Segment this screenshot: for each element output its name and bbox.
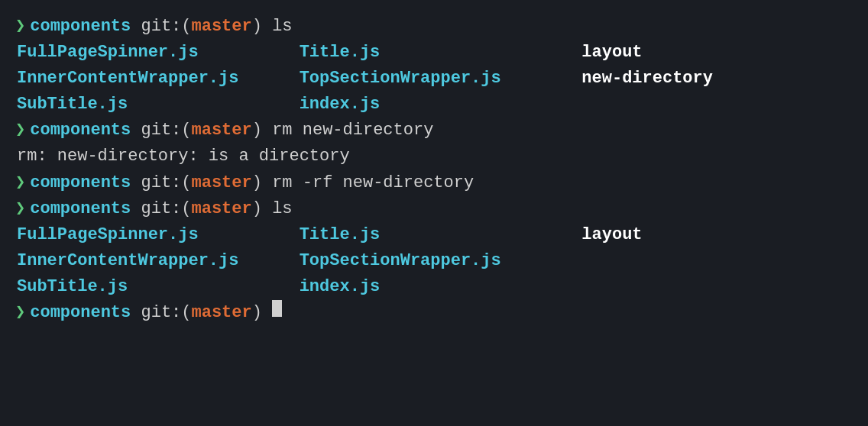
prompt-branch: master <box>192 118 252 144</box>
prompt-git-label: git:( <box>131 170 191 196</box>
file-entry: index.js <box>300 277 582 296</box>
output-files-line: InnerContentWrapper.js TopSectionWrapper… <box>15 248 853 274</box>
prompt-line: ❯ components git:(master) rm -rf new-dir… <box>15 170 853 196</box>
output-files-line: InnerContentWrapper.js TopSectionWrapper… <box>15 66 853 92</box>
prompt-directory: components <box>30 170 131 196</box>
file-entry: FullPageSpinner.js <box>17 225 300 244</box>
prompt-arrow: ❯ <box>15 118 25 144</box>
prompt-git-close: ) <box>252 196 272 222</box>
prompt-git-label: git:( <box>131 118 191 144</box>
file-entry: layout <box>581 225 642 244</box>
prompt-arrow: ❯ <box>15 14 25 40</box>
file-entry: InnerContentWrapper.js <box>17 251 300 270</box>
file-entry: SubTitle.js <box>17 277 300 296</box>
prompt-line: ❯ components git:(master) <box>15 300 853 326</box>
terminal-cursor <box>272 300 282 317</box>
file-entry: Title.js <box>300 43 582 62</box>
prompt-command: rm -rf new-directory <box>272 170 474 196</box>
file-entry: TopSectionWrapper.js <box>300 69 582 88</box>
file-entry: new-directory <box>581 69 713 88</box>
prompt-directory: components <box>30 196 131 222</box>
output-files-line: FullPageSpinner.js Title.js layout <box>15 222 853 248</box>
output-files-line: FullPageSpinner.js Title.js layout <box>15 40 853 66</box>
prompt-branch: master <box>192 170 252 196</box>
prompt-directory: components <box>30 118 131 144</box>
prompt-command: ls <box>272 14 292 40</box>
prompt-git-close: ) <box>252 118 272 144</box>
file-entry: SubTitle.js <box>17 95 300 114</box>
prompt-git-close: ) <box>252 300 272 326</box>
prompt-command: rm new-directory <box>272 118 433 144</box>
prompt-branch: master <box>192 196 252 222</box>
prompt-arrow: ❯ <box>15 170 25 196</box>
file-entry: Title.js <box>300 225 582 244</box>
output-files-line: SubTitle.js index.js <box>15 92 853 118</box>
file-entry: TopSectionWrapper.js <box>300 251 582 270</box>
prompt-git-label: git:( <box>131 14 191 40</box>
file-entry: index.js <box>300 95 582 114</box>
prompt-arrow: ❯ <box>15 196 25 222</box>
prompt-directory: components <box>30 14 131 40</box>
prompt-git-label: git:( <box>131 196 191 222</box>
prompt-line: ❯ components git:(master) ls <box>15 196 853 222</box>
prompt-git-close: ) <box>252 14 272 40</box>
prompt-line: ❯ components git:(master) rm new-directo… <box>15 118 853 144</box>
file-entry: InnerContentWrapper.js <box>17 69 300 88</box>
prompt-branch: master <box>192 300 252 326</box>
prompt-directory: components <box>30 300 131 326</box>
file-entry: layout <box>581 43 642 62</box>
prompt-command: ls <box>272 196 292 222</box>
prompt-branch: master <box>192 14 252 40</box>
prompt-git-close: ) <box>252 170 272 196</box>
output-files-line: SubTitle.js index.js <box>15 274 853 300</box>
prompt-arrow: ❯ <box>15 300 25 326</box>
prompt-git-label: git:( <box>131 300 191 326</box>
file-entry: FullPageSpinner.js <box>17 43 300 62</box>
error-line: rm: new-directory: is a directory <box>15 144 853 169</box>
terminal-window: ❯ components git:(master) lsFullPageSpin… <box>15 14 853 326</box>
prompt-line: ❯ components git:(master) ls <box>15 14 853 40</box>
